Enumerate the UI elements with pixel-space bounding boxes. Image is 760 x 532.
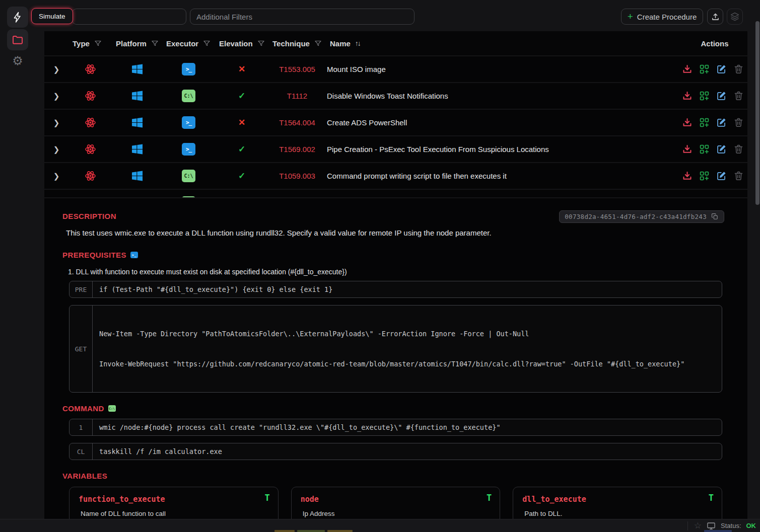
elevation-icon: ✕	[238, 64, 245, 74]
description-text: This test uses wmic.exe to execute a DLL…	[66, 229, 722, 237]
trash-icon[interactable]	[733, 117, 744, 128]
technique-id: T1553.005	[268, 65, 326, 73]
atomic-test-icon	[85, 117, 96, 128]
add-to-group-icon[interactable]	[699, 91, 710, 101]
filter-icon[interactable]	[257, 40, 265, 47]
sort-icon[interactable]: ↑↓	[355, 39, 360, 47]
procedure-name[interactable]: Create ADS PowerShell	[326, 118, 678, 127]
trash-icon[interactable]	[733, 171, 744, 181]
filter-icon[interactable]	[94, 40, 102, 47]
trash-icon[interactable]	[733, 144, 744, 155]
prereq-check-codeblock: PRE if (Test-Path "#{dll_to_execute}") {…	[69, 281, 722, 298]
edit-icon[interactable]	[716, 64, 727, 74]
table-row: ❯ C:\ ✓ T1112 Disable Windows Toast Noti…	[44, 82, 747, 109]
add-to-group-icon[interactable]	[699, 144, 710, 155]
statusbar-divider	[687, 521, 688, 530]
column-header-technique[interactable]: Technique	[268, 39, 326, 48]
expand-chevron-icon[interactable]: ❯	[53, 92, 60, 101]
expand-chevron-icon[interactable]: ❯	[53, 172, 60, 181]
filter-icon[interactable]	[203, 40, 211, 47]
edit-icon[interactable]	[716, 144, 727, 155]
expand-chevron-icon[interactable]: ❯	[53, 65, 60, 74]
column-header-executor[interactable]: Executor	[162, 39, 215, 48]
prereq-check-command: if (Test-Path "#{dll_to_execute}") {exit…	[93, 281, 339, 297]
cmd-icon: C:\	[108, 405, 116, 412]
procedure-name[interactable]: Command prompt writing script to file th…	[326, 172, 678, 180]
upload-icon	[711, 12, 720, 22]
expand-chevron-icon[interactable]: ❯	[53, 145, 60, 154]
column-header-elevation[interactable]: Elevation	[215, 39, 268, 48]
folder-icon	[12, 34, 24, 46]
procedure-name[interactable]: Pipe Creation - PsExec Tool Execution Fr…	[326, 145, 678, 154]
add-to-group-icon[interactable]	[699, 171, 710, 181]
executor-icon: >_	[182, 143, 195, 156]
table-header-row: Type Platform Executor Elevation Techniq…	[44, 31, 747, 55]
command-codeblock: 1 wmic /node:#{node} process call create…	[69, 419, 722, 436]
add-to-group-icon[interactable]	[699, 117, 710, 128]
technique-id: T1564.004	[268, 118, 326, 127]
technique-id: T1569.002	[268, 145, 326, 154]
executor-icon: >_	[182, 63, 195, 75]
variable-name: node	[301, 495, 491, 504]
procedure-name[interactable]: Mount ISO image	[326, 65, 678, 73]
filter-icon[interactable]	[151, 40, 159, 47]
status-label: Status:	[721, 522, 741, 529]
monitor-icon[interactable]	[707, 521, 716, 530]
cleanup-codeblock: CL taskkill /f /im calculator.exe	[69, 443, 722, 460]
additional-filters-input[interactable]	[190, 9, 414, 25]
star-icon[interactable]: ☆	[694, 521, 702, 530]
guid-chip[interactable]: 00738d2a-4651-4d76-adf2-c43a41dfb243	[559, 210, 724, 223]
search-input[interactable]	[72, 9, 186, 25]
command-text: wmic /node:#{node} process call create "…	[93, 419, 507, 435]
column-header-platform[interactable]: Platform	[112, 39, 162, 48]
elevation-icon: ✓	[238, 171, 245, 181]
elevation-icon: ✓	[238, 91, 245, 101]
layers-icon	[730, 12, 740, 22]
powershell-icon: >_	[130, 252, 138, 258]
code-label-cl: CL	[70, 443, 93, 460]
executor-icon: >_	[182, 116, 195, 129]
edit-icon[interactable]	[716, 91, 727, 101]
variable-description: Name of DLL function to call	[81, 510, 269, 517]
download-icon[interactable]	[682, 64, 693, 74]
column-header-type[interactable]: Type	[68, 39, 112, 48]
sidebar-item-library[interactable]	[7, 29, 28, 50]
code-label-pre: PRE	[70, 281, 93, 297]
edit-icon[interactable]	[716, 171, 727, 181]
trash-icon[interactable]	[733, 91, 744, 101]
procedure-name[interactable]: Disable Windows Toast Notifications	[326, 92, 678, 100]
layers-button[interactable]	[727, 9, 743, 25]
windows-icon	[131, 90, 143, 102]
status-value: OK	[746, 522, 756, 529]
scrollbar-track[interactable]	[755, 20, 759, 519]
windows-icon	[131, 63, 143, 75]
filter-icon[interactable]	[314, 40, 322, 47]
download-icon[interactable]	[682, 171, 693, 181]
download-icon[interactable]	[682, 144, 693, 155]
download-icon[interactable]	[682, 91, 693, 101]
cleanup-command: taskkill /f /im calculator.exe	[93, 443, 229, 460]
windows-icon	[131, 170, 143, 182]
expand-chevron-icon[interactable]: ❯	[53, 118, 60, 127]
scrollbar-thumb[interactable]	[755, 21, 759, 205]
sidebar-item-settings[interactable]: ⚙	[11, 54, 25, 68]
create-procedure-button[interactable]: + Create Procedure	[621, 9, 703, 25]
prerequisite-item: 1. DLL with function to execute must exi…	[68, 268, 722, 276]
elevation-icon: ✓	[238, 144, 245, 155]
add-to-group-icon[interactable]	[699, 64, 710, 74]
table-row: ❯ C:\ ✓ T1059.003 Command prompt writing…	[44, 162, 747, 189]
code-label-1: 1	[70, 419, 93, 435]
download-icon[interactable]	[682, 117, 693, 128]
column-header-actions: Actions	[678, 39, 747, 48]
copy-icon[interactable]	[711, 213, 719, 220]
sidebar-item-simulate[interactable]	[7, 7, 28, 28]
windows-icon	[131, 117, 143, 128]
plus-icon: +	[628, 12, 633, 21]
command-heading: COMMAND C:\	[62, 404, 722, 413]
edit-icon[interactable]	[716, 117, 727, 128]
table-row: ❯ >_ ✕ T1564.004 Create ADS PowerShell	[44, 109, 747, 135]
upload-button[interactable]	[707, 9, 723, 25]
atomic-test-icon	[85, 63, 96, 75]
trash-icon[interactable]	[733, 64, 744, 74]
column-header-name[interactable]: Name ↑↓	[326, 39, 678, 48]
